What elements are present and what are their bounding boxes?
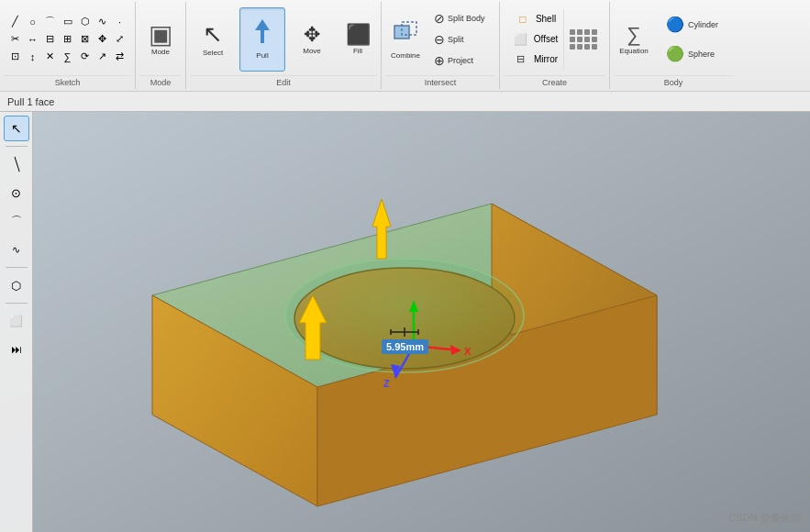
left-box-btn[interactable]: ⬡ bbox=[4, 272, 29, 298]
mirror-icon: ⊟ bbox=[516, 53, 525, 65]
create-group: □ Shell ⬜ Offset ⊟ Mirror bbox=[500, 2, 610, 89]
equation-icon: ∑ bbox=[627, 23, 641, 47]
left-tool9-btn[interactable]: ⏭ bbox=[4, 337, 29, 362]
mode-button[interactable]: ▣ Mode bbox=[139, 9, 182, 70]
svg-marker-0 bbox=[255, 19, 270, 43]
sketch-label: Sketch bbox=[4, 75, 131, 89]
project-label: Project bbox=[448, 56, 473, 65]
fill-button[interactable]: ⬛ Fill bbox=[338, 7, 377, 72]
main-toolbar: ╱ ○ ⌒ ▭ ⬡ ∿ · ✂ ↔ ⊟ ⊞ ⊠ ✥ ⤢ ⊡ ↕ ✕ ∑ ⟳ bbox=[0, 0, 810, 92]
split-button[interactable]: ⊖ Split bbox=[429, 30, 495, 49]
left-arc-btn[interactable]: ⌒ bbox=[4, 208, 29, 234]
sketch-icon-12[interactable]: ⊠ bbox=[77, 31, 94, 48]
mode-group: ▣ Mode Mode bbox=[136, 2, 186, 89]
equation-button[interactable]: ∑ Equation bbox=[614, 9, 654, 70]
edit-group: ↖ Select Pull ✥ Move ⬛ Fill bbox=[186, 2, 382, 89]
sketch-icon-8[interactable]: ✂ bbox=[7, 31, 24, 48]
sketch-icon-3[interactable]: ⌒ bbox=[42, 14, 59, 30]
sketch-icon-1[interactable]: ╱ bbox=[7, 14, 24, 30]
split-body-icon: ⊘ bbox=[434, 11, 445, 26]
sketch-icon-13[interactable]: ✥ bbox=[94, 31, 111, 48]
mirror-button[interactable]: ⊟ bbox=[510, 50, 532, 69]
sketch-icon-15[interactable]: ⊡ bbox=[7, 49, 24, 65]
sketch-icon-10[interactable]: ⊟ bbox=[42, 31, 59, 48]
watermark: CSDN @秦依韵 bbox=[729, 511, 801, 525]
main-area: Pull 1 face ↖ ╱ ⊙ ⌒ ∿ ⬡ ⬜ ⏭ bbox=[0, 92, 810, 532]
sketch-icon-14[interactable]: ⤢ bbox=[112, 31, 128, 48]
sketch-icon-21[interactable]: ⇄ bbox=[112, 49, 128, 65]
sketch-icons: ╱ ○ ⌒ ▭ ⬡ ∿ · ✂ ↔ ⊟ ⊞ ⊠ ✥ ⤢ ⊡ ↕ ✕ ∑ ⟳ bbox=[4, 5, 131, 73]
mode-label: Mode bbox=[151, 49, 170, 57]
fill-icon: ⬛ bbox=[346, 23, 371, 47]
sketch-icon-18[interactable]: ∑ bbox=[60, 49, 76, 65]
cylinder-button[interactable]: 🔵 Cylinder bbox=[660, 12, 733, 38]
mirror-label: Mirror bbox=[534, 50, 558, 69]
left-tool8-btn[interactable]: ⬜ bbox=[4, 308, 29, 334]
sketch-icon-7[interactable]: · bbox=[112, 14, 128, 30]
svg-rect-1 bbox=[394, 26, 409, 39]
sketch-icon-11[interactable]: ⊞ bbox=[60, 31, 76, 48]
combine-label: Combine bbox=[391, 52, 420, 61]
left-select-btn[interactable]: ↖ bbox=[4, 116, 29, 141]
pull-label: Pull bbox=[256, 52, 268, 61]
combine-button[interactable]: Combine bbox=[385, 9, 426, 70]
equation-label: Equation bbox=[619, 48, 649, 56]
canvas-content: Z X 5.95mm CSDN @秦依韵 bbox=[33, 112, 810, 532]
sketch-icon-9[interactable]: ↔ bbox=[25, 31, 41, 48]
sketch-icon-17[interactable]: ✕ bbox=[42, 49, 59, 65]
select-label: Select bbox=[203, 50, 223, 58]
fill-label: Fill bbox=[353, 48, 362, 56]
pull-button[interactable]: Pull bbox=[239, 7, 285, 72]
canvas-area[interactable]: ↖ ╱ ⊙ ⌒ ∿ ⬡ ⬜ ⏭ bbox=[0, 112, 810, 532]
sketch-icon-20[interactable]: ↗ bbox=[94, 49, 111, 65]
sketch-icon-16[interactable]: ↕ bbox=[25, 49, 41, 65]
svg-text:Z: Z bbox=[383, 378, 390, 389]
sketch-icon-2[interactable]: ○ bbox=[25, 14, 41, 30]
body-label: Body bbox=[614, 75, 733, 89]
offset-label: Offset bbox=[534, 30, 559, 49]
move-icon: ✥ bbox=[304, 23, 320, 47]
mode-group-label: Mode bbox=[139, 75, 182, 89]
offset-icon: ⬜ bbox=[514, 33, 527, 46]
sphere-button[interactable]: 🟢 Sphere bbox=[660, 41, 733, 67]
cylinder-label: Cylinder bbox=[688, 20, 718, 29]
body-group: ∑ Equation 🔵 Cylinder 🟢 Sphere Body bbox=[610, 2, 737, 89]
sketch-icon-4[interactable]: ▭ bbox=[60, 14, 76, 30]
project-button[interactable]: ⊕ Project bbox=[429, 51, 495, 70]
edit-label: Edit bbox=[190, 75, 377, 89]
split-body-button[interactable]: ⊘ Split Body bbox=[429, 9, 495, 28]
status-bar: Pull 1 face bbox=[0, 92, 810, 112]
mode-icon: ▣ bbox=[149, 22, 172, 48]
sketch-icon-19[interactable]: ⟳ bbox=[77, 49, 94, 65]
sketch-icon-6[interactable]: ∿ bbox=[94, 14, 111, 30]
create-label: Create bbox=[504, 75, 605, 89]
shell-label: Shell bbox=[536, 10, 556, 28]
intersect-label: Intersect bbox=[385, 75, 495, 89]
status-text: Pull 1 face bbox=[7, 96, 54, 107]
left-line-btn[interactable]: ╱ bbox=[0, 146, 34, 183]
offset-button[interactable]: ⬜ bbox=[510, 30, 532, 49]
scene-svg: Z X bbox=[33, 112, 810, 532]
shell-icon: □ bbox=[519, 13, 526, 26]
intersect-group: Combine ⊘ Split Body ⊖ Split ⊕ Project bbox=[382, 2, 500, 89]
sphere-icon: 🟢 bbox=[666, 45, 684, 62]
select-icon: ↖ bbox=[203, 20, 223, 49]
svg-text:X: X bbox=[464, 346, 472, 357]
split-icon: ⊖ bbox=[434, 32, 445, 47]
pull-icon bbox=[250, 17, 275, 51]
left-toolbar: ↖ ╱ ⊙ ⌒ ∿ ⬡ ⬜ ⏭ bbox=[0, 112, 33, 532]
move-button[interactable]: ✥ Move bbox=[289, 7, 335, 72]
left-curve-btn[interactable]: ∿ bbox=[4, 237, 29, 262]
sketch-group: ╱ ○ ⌒ ▭ ⬡ ∿ · ✂ ↔ ⊟ ⊞ ⊠ ✥ ⤢ ⊡ ↕ ✕ ∑ ⟳ bbox=[0, 2, 136, 89]
select-button[interactable]: ↖ Select bbox=[190, 7, 236, 72]
create-dots bbox=[568, 28, 599, 51]
split-body-label: Split Body bbox=[448, 14, 485, 23]
combine-icon bbox=[392, 18, 419, 51]
project-icon: ⊕ bbox=[434, 53, 445, 68]
shell-button[interactable]: □ bbox=[512, 10, 534, 28]
left-circle-btn[interactable]: ⊙ bbox=[4, 180, 29, 205]
move-label: Move bbox=[303, 48, 321, 56]
sphere-label: Sphere bbox=[688, 50, 715, 59]
split-label: Split bbox=[448, 35, 464, 44]
sketch-icon-5[interactable]: ⬡ bbox=[77, 14, 94, 30]
